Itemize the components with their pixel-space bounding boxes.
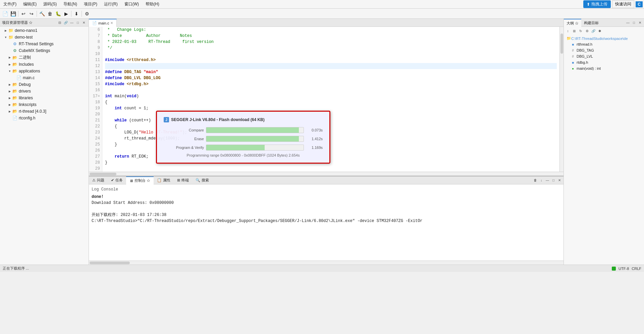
outline-maximize-button[interactable]: □ (631, 20, 637, 25)
outline-item-main-void[interactable]: ● main(void) : int (565, 65, 643, 71)
menu-item-project[interactable]: 项目(P) (82, 1, 99, 8)
erase-time: 1.412s (306, 137, 323, 141)
toolbar-separator-4 (82, 11, 82, 17)
editor-horizontal-scrollbar[interactable] (89, 172, 564, 176)
problems-icon: ⚠ (92, 178, 96, 182)
outline-asterisk-button[interactable]: ✱ (597, 28, 602, 34)
tree-item-applications[interactable]: ▼ 📂 applications (0, 68, 89, 74)
tab-console[interactable]: 🖥 控制台 ☆ (126, 176, 154, 184)
tree-item-cubemx-settings[interactable]: ⚙ CubeMX Settings (0, 47, 89, 54)
quickaccess-button[interactable]: 快速访问 (612, 0, 634, 8)
compare-bar (206, 127, 304, 133)
close-panel-button[interactable]: ✕ (81, 20, 87, 25)
tab-problems[interactable]: ⚠ 问题 (89, 176, 108, 184)
console-scrollbar-thumb (90, 262, 130, 264)
outline-refresh-button[interactable]: ↻ (578, 28, 583, 34)
menu-item-navigate[interactable]: 导航(N) (61, 1, 79, 8)
upload-button[interactable]: ⬆ 拖拽上传 (583, 0, 611, 8)
menu-bar: 文件(F) 编辑(E) 源码(S) 导航(N) 项目(P) 运行(R) 窗口(W… (0, 0, 644, 9)
new-button[interactable]: 📄 (1, 10, 9, 17)
outline-link-button[interactable]: 🔗 (591, 28, 596, 34)
console-scroll-button[interactable]: ↓ (539, 178, 544, 183)
menu-item-help[interactable]: 帮助(H) (144, 1, 161, 8)
tree-item-drivers[interactable]: ▶ 📂 drivers (0, 88, 89, 95)
function-icon: ● (571, 66, 575, 71)
code-line: * Change Logs: (105, 27, 557, 33)
define-icon-1: # (571, 48, 575, 53)
console-line-2: Download Start Address: 0x08000000 (92, 200, 561, 206)
right-tab-outline[interactable]: 大纲 ☆ (564, 19, 581, 27)
redo-button[interactable]: ↪ (28, 10, 35, 17)
save-button[interactable]: 💾 (9, 10, 17, 17)
tree-item-linkscripts[interactable]: ▶ 📂 linkscripts (0, 101, 89, 108)
outline-settings-button[interactable]: ⚙ (584, 28, 590, 34)
settings-button[interactable]: ⚙ (83, 10, 91, 17)
code-line: */ (105, 45, 557, 51)
chevron-right-icon-4: ▶ (8, 83, 11, 86)
console-close-button[interactable]: ✕ (557, 178, 562, 183)
editor-panel: 📄 main.c ✕ 6 7 8 9 10 11 12 13 (89, 19, 564, 176)
tree-item-includes[interactable]: ▶ 📂 Includes (0, 61, 89, 68)
tree-item-demo-test[interactable]: ▼ 📁 demo-test (0, 34, 89, 41)
outline-content: ↕ ⊞ ↻ ⚙ 🔗 ✱ 📁 C:\RT-ThreadStudio\workspa… (564, 27, 644, 265)
tree-item-main-c[interactable]: 📄 main.c (0, 74, 89, 81)
outline-item-rtthread-h[interactable]: ■ rtthread.h (565, 41, 643, 47)
menu-item-source[interactable]: 源码(S) (41, 1, 59, 8)
outline-item-dbg-lvl[interactable]: # DBG_LVL (565, 53, 643, 59)
tree-item-libraries[interactable]: ▶ 📂 libraries (0, 95, 89, 101)
editor-vertical-scrollbar[interactable] (559, 27, 564, 172)
menu-item-run[interactable]: 运行(R) (102, 1, 120, 8)
chevron-right-icon-5: ▶ (8, 90, 11, 93)
erase-bar (206, 136, 304, 142)
tab-terminal[interactable]: ⊞ 终端 (174, 176, 192, 184)
tab-tasks[interactable]: ✔ 任务 (108, 176, 126, 184)
toolbar-separator-1 (18, 11, 18, 17)
outline-minimize-button[interactable]: — (625, 20, 631, 25)
debug-button[interactable]: 🐛 (54, 10, 62, 17)
code-line (105, 87, 557, 93)
project-explorer-title: 项目资源管理器 ☆ (2, 20, 33, 25)
tree-item-rt-thread[interactable]: ▶ 📂 rt-thread [4.0.3] (0, 108, 89, 115)
right-tab-build-targets[interactable]: 构建目标 (581, 19, 601, 27)
tab-close-button[interactable]: ✕ (110, 21, 113, 25)
tree-item-debug[interactable]: ▶ 📂 Debug (0, 81, 89, 88)
menu-item-file[interactable]: 文件(F) (1, 1, 18, 8)
tree-item-rtconfig-h[interactable]: 📄 rtconfig.h (0, 115, 89, 121)
outline-close-button[interactable]: ✕ (637, 20, 643, 25)
tree-item-rt-thread-settings[interactable]: ⚙ RT-Thread Settings (0, 41, 89, 47)
tree-item-demo-nano1[interactable]: ▶ 📁 demo-nano1 (0, 27, 89, 34)
chevron-right-icon: ▶ (4, 29, 7, 32)
tree-item-binary[interactable]: ▶ 📂 二进制 (0, 54, 89, 61)
code-line: #define DBG_LVL DBG_LOG (105, 75, 557, 81)
run-button[interactable]: ▶ (62, 10, 70, 17)
undo-button[interactable]: ↩ (20, 10, 27, 17)
outline-item-rtdbg-h[interactable]: ■ rtdbg.h (565, 59, 643, 65)
status-bar: 正在下载程序 ... UTF-8 CRLF (0, 265, 644, 272)
outline-filter-button[interactable]: ⊞ (572, 28, 577, 34)
download-button[interactable]: ⬇ (73, 10, 80, 17)
program-time: 1.169s (306, 146, 323, 150)
menu-item-window[interactable]: 窗口(W) (122, 1, 141, 8)
console-horizontal-scrollbar[interactable] (89, 261, 564, 265)
outline-item-dbg-tag[interactable]: # DBG_TAG (565, 47, 643, 53)
link-editor-button[interactable]: 🔗 (63, 20, 68, 25)
console-icon: 🖥 (129, 179, 133, 183)
maximize-panel-button[interactable]: □ (75, 20, 80, 25)
menu-item-edit[interactable]: 编辑(E) (21, 1, 39, 8)
console-maximize-button[interactable]: □ (551, 178, 556, 183)
right-panel: 大纲 ☆ 构建目标 — □ ✕ ↕ ⊞ ↻ ⚙ 🔗 ✱ 📁 (564, 19, 644, 265)
collapse-all-button[interactable]: ⊟ (57, 20, 62, 25)
tab-file-icon: 📄 (92, 21, 97, 25)
clean-button[interactable]: 🗑 (46, 10, 54, 17)
folder-icon-linkscripts: 📂 (12, 102, 17, 107)
editor-tab-bar: 📄 main.c ✕ (89, 19, 564, 27)
console-minimize-button[interactable]: — (545, 178, 550, 183)
tab-properties[interactable]: 📋 属性 (154, 176, 174, 184)
tab-search[interactable]: 🔍 搜索 (192, 176, 212, 184)
build-button[interactable]: 🔨 (38, 10, 46, 17)
outline-sort-button[interactable]: ↕ (565, 28, 571, 34)
editor-tab-main-c[interactable]: 📄 main.c ✕ (89, 19, 117, 27)
file-icon-rtconfig: 📄 (12, 115, 17, 121)
minimize-panel-button[interactable]: — (69, 20, 74, 25)
console-clear-button[interactable]: 🗑 (533, 178, 538, 183)
